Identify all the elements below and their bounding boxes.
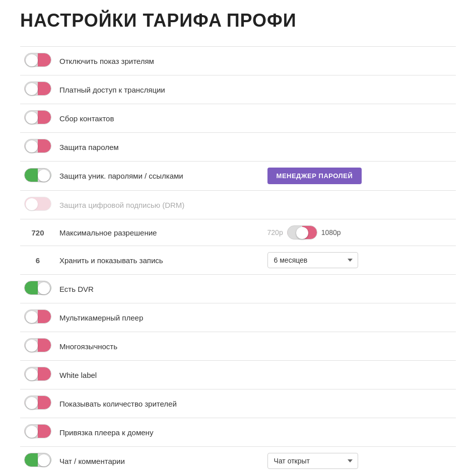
toggle-on[interactable] bbox=[24, 453, 51, 467]
row-label-unique-passwords: Защита уник. паролями / ссылками bbox=[55, 162, 263, 191]
settings-row-show-viewers-count: Показывать количество зрителей bbox=[20, 389, 456, 418]
row-label-multilang: Многоязычность bbox=[55, 332, 263, 361]
row-extra-domain-binding bbox=[263, 418, 456, 447]
toggle-cell-dvr bbox=[20, 275, 55, 303]
row-label-dvr: Есть DVR bbox=[55, 275, 263, 303]
settings-row-chat-comments: Чат / комментарииЧат открытЧат закрытТол… bbox=[20, 447, 456, 475]
settings-row-drm-protection: Защита цифровой подписью (DRM) bbox=[20, 191, 456, 219]
row-label-paid-access: Платный доступ к трансляции bbox=[55, 75, 263, 104]
toggle-cell-paid-access bbox=[20, 75, 55, 104]
settings-row-white-label: White label bbox=[20, 361, 456, 389]
resolution-1080-label: 1080р bbox=[321, 228, 341, 236]
row-extra-collect-contacts bbox=[263, 104, 456, 133]
row-label-show-viewers-count: Показывать количество зрителей bbox=[55, 389, 263, 418]
settings-row-dvr: Есть DVR bbox=[20, 275, 456, 303]
row-label-drm-protection: Защита цифровой подписью (DRM) bbox=[55, 191, 263, 219]
settings-row-password-protection: Защита паролем bbox=[20, 133, 456, 162]
toggle-cell-white-label bbox=[20, 361, 55, 389]
row-extra-show-viewers-count bbox=[263, 389, 456, 418]
row-extra-multilang bbox=[263, 332, 456, 361]
resolution-720-label: 720р bbox=[267, 228, 283, 236]
settings-row-domain-binding: Привязка плеера к домену bbox=[20, 418, 456, 447]
row-extra-dvr bbox=[263, 275, 456, 303]
row-label-max-resolution: Максимальное разрешение bbox=[55, 219, 263, 246]
toggle-off[interactable] bbox=[24, 367, 51, 381]
row-extra-disable-show bbox=[263, 47, 456, 75]
row-extra-white-label bbox=[263, 361, 456, 389]
row-extra-paid-access bbox=[263, 75, 456, 104]
toggle-cell-chat-comments bbox=[20, 447, 55, 475]
toggle-disabled bbox=[24, 197, 51, 211]
row-label-store-record: Хранить и показывать запись bbox=[55, 246, 263, 275]
toggle-cell-multicam bbox=[20, 303, 55, 332]
toggle-resolution[interactable] bbox=[287, 225, 317, 240]
toggle-off[interactable] bbox=[24, 110, 51, 124]
settings-row-disable-show: Отключить показ зрителям bbox=[20, 47, 456, 75]
toggle-cell-multilang bbox=[20, 332, 55, 361]
toggle-off[interactable] bbox=[24, 82, 51, 96]
toggle-off[interactable] bbox=[24, 338, 51, 352]
row-number-store-record: 6 bbox=[20, 246, 55, 275]
toggle-cell-show-viewers-count bbox=[20, 389, 55, 418]
row-extra-max-resolution: 720р1080р bbox=[263, 219, 456, 246]
page-title: Настройки тарифа ПРОФИ bbox=[20, 10, 456, 31]
row-extra-store-record: 1 месяц3 месяца6 месяцев12 месяцев bbox=[263, 246, 456, 275]
settings-row-store-record: 6Хранить и показывать запись1 месяц3 мес… bbox=[20, 246, 456, 275]
toggle-off[interactable] bbox=[24, 396, 51, 410]
toggle-off[interactable] bbox=[24, 53, 51, 67]
toggle-off[interactable] bbox=[24, 139, 51, 153]
toggle-cell-unique-passwords bbox=[20, 162, 55, 191]
toggle-cell-collect-contacts bbox=[20, 104, 55, 133]
toggle-on[interactable] bbox=[24, 281, 51, 295]
settings-row-unique-passwords: Защита уник. паролями / ссылкамиМЕНЕДЖЕР… bbox=[20, 162, 456, 191]
toggle-cell-disable-show bbox=[20, 47, 55, 75]
row-extra-password-protection bbox=[263, 133, 456, 162]
settings-table: Отключить показ зрителямПлатный доступ к… bbox=[20, 46, 456, 474]
settings-row-multilang: Многоязычность bbox=[20, 332, 456, 361]
toggle-cell-drm-protection bbox=[20, 191, 55, 219]
row-number-max-resolution: 720 bbox=[20, 219, 55, 246]
settings-row-collect-contacts: Сбор контактов bbox=[20, 104, 456, 133]
row-label-domain-binding: Привязка плеера к домену bbox=[55, 418, 263, 447]
dropdown-months[interactable]: 1 месяц3 месяца6 месяцев12 месяцев bbox=[267, 252, 358, 268]
toggle-off[interactable] bbox=[24, 424, 51, 438]
password-manager-button[interactable]: МЕНЕДЖЕР ПАРОЛЕЙ bbox=[267, 168, 362, 184]
dropdown-chat[interactable]: Чат открытЧат закрытТолько комментарии bbox=[267, 453, 358, 469]
toggle-cell-password-protection bbox=[20, 133, 55, 162]
settings-row-multicam: Мультикамерный плеер bbox=[20, 303, 456, 332]
toggle-off[interactable] bbox=[24, 309, 51, 324]
row-label-white-label: White label bbox=[55, 361, 263, 389]
toggle-cell-domain-binding bbox=[20, 418, 55, 447]
row-extra-drm-protection bbox=[263, 191, 456, 219]
resolution-control: 720р1080р bbox=[267, 225, 452, 240]
row-extra-chat-comments: Чат открытЧат закрытТолько комментарии bbox=[263, 447, 456, 475]
row-label-disable-show: Отключить показ зрителям bbox=[55, 47, 263, 75]
row-label-password-protection: Защита паролем bbox=[55, 133, 263, 162]
row-extra-unique-passwords: МЕНЕДЖЕР ПАРОЛЕЙ bbox=[263, 162, 456, 191]
settings-row-paid-access: Платный доступ к трансляции bbox=[20, 75, 456, 104]
row-extra-multicam bbox=[263, 303, 456, 332]
row-label-chat-comments: Чат / комментарии bbox=[55, 447, 263, 475]
row-label-multicam: Мультикамерный плеер bbox=[55, 303, 263, 332]
toggle-on[interactable] bbox=[24, 168, 51, 182]
settings-row-max-resolution: 720Максимальное разрешение720р1080р bbox=[20, 219, 456, 246]
row-label-collect-contacts: Сбор контактов bbox=[55, 104, 263, 133]
